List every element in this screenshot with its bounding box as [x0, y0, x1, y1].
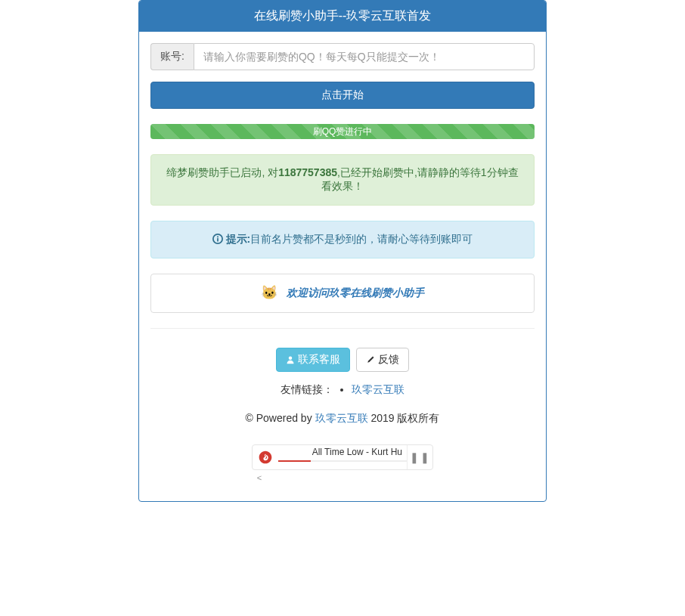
friendly-link[interactable]: 玖零云互联: [352, 383, 404, 395]
user-icon: [286, 354, 295, 367]
copyright: © Powered by 玖零云互联 2019 版权所有: [150, 404, 535, 433]
tip-label: 提示:: [226, 233, 251, 245]
panel-title: 在线刷赞小助手--玖零云互联首发: [139, 1, 546, 32]
status-suffix: ,已经开始刷赞中,请静静的等待1分钟查看效果！: [321, 166, 519, 192]
copyright-suffix: 2019 版权所有: [368, 412, 440, 424]
friendly-links: 友情链接： 玖零云互联: [150, 376, 535, 404]
account-label: 账号:: [150, 43, 194, 70]
copyright-prefix: © Powered by: [246, 412, 315, 424]
contact-button[interactable]: 联系客服: [276, 348, 350, 372]
welcome-text: 欢迎访问玖零在线刷赞小助手: [287, 286, 424, 300]
welcome-item: 欢迎访问玖零在线刷赞小助手: [151, 274, 534, 312]
divider: [150, 328, 535, 329]
music-progress-fill: [278, 460, 311, 462]
status-alert: 缔梦刷赞助手已启动, 对1187757385,已经开始刷赞中,请静静的等待1分钟…: [150, 154, 535, 206]
friendly-title: 友情链接：: [281, 383, 333, 395]
svg-rect-1: [217, 238, 219, 241]
main-panel: 在线刷赞小助手--玖零云互联首发 账号: 点击开始 刷QQ赞进行中 缔梦刷赞助手…: [138, 0, 547, 502]
copyright-link[interactable]: 玖零云互联: [315, 412, 368, 424]
netease-music-icon: [253, 444, 278, 470]
account-input[interactable]: [194, 43, 535, 70]
pencil-icon: [366, 354, 375, 367]
cat-icon: [261, 286, 282, 301]
music-progress[interactable]: [278, 460, 407, 462]
pause-icon[interactable]: ❚❚: [407, 444, 432, 470]
tip-alert: 提示:目前名片赞都不是秒到的，请耐心等待到账即可: [150, 221, 535, 258]
tip-text: 目前名片赞都不是秒到的，请耐心等待到账即可: [250, 233, 473, 245]
status-qq: 1187757385: [278, 166, 337, 178]
start-button[interactable]: 点击开始: [150, 82, 535, 109]
feedback-button[interactable]: 反馈: [356, 348, 409, 372]
progress-bar-container: 刷QQ赞进行中: [150, 124, 535, 139]
svg-rect-2: [217, 237, 219, 238]
contact-label: 联系客服: [298, 353, 340, 365]
music-lt: <: [0, 470, 535, 490]
account-input-group: 账号:: [150, 43, 535, 70]
info-icon: [212, 234, 223, 246]
welcome-list: 欢迎访问玖零在线刷赞小助手: [150, 274, 535, 313]
feedback-label: 反馈: [378, 353, 399, 365]
progress-bar: 刷QQ赞进行中: [150, 124, 535, 139]
svg-point-3: [289, 357, 293, 361]
footer-buttons: 联系客服 反馈: [150, 336, 535, 376]
music-player[interactable]: All Time Low - Kurt Hu ❚❚: [252, 444, 433, 470]
music-track[interactable]: All Time Low - Kurt Hu: [278, 445, 407, 469]
music-title: All Time Low - Kurt Hu: [312, 447, 402, 457]
status-prefix: 缔梦刷赞助手已启动, 对: [166, 166, 278, 178]
